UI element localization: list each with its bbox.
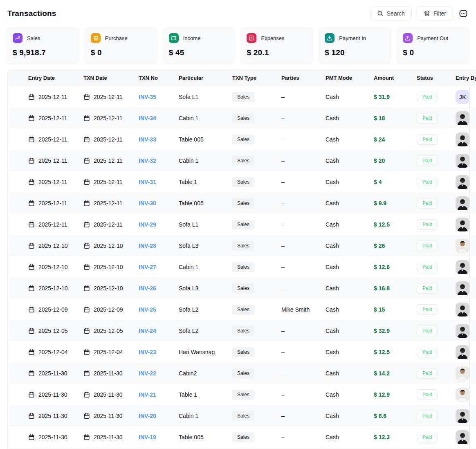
particular-cell: Cabin 1 xyxy=(179,413,232,419)
entry-date-text: 2025-11-30 xyxy=(38,391,67,398)
table-row[interactable]: 2025-12-112025-12-11INV-30Table 005Sales… xyxy=(8,193,476,214)
filter-button[interactable]: Filter xyxy=(417,6,453,21)
table-row[interactable]: 2025-12-102025-12-10INV-28Sofa L3Sales–C… xyxy=(8,235,476,256)
txn-no-link[interactable]: INV-25 xyxy=(139,306,156,313)
txn-type-cell: Sales xyxy=(232,135,281,144)
txn-type-badge: Sales xyxy=(232,305,254,314)
txn-no-link[interactable]: INV-32 xyxy=(139,157,156,164)
entry-by-cell xyxy=(456,111,476,125)
txn-date-text: 2025-12-10 xyxy=(94,242,123,249)
pmt-mode-cell: Cash xyxy=(326,285,374,292)
pmt-mode-cell: Cash xyxy=(326,413,374,419)
amount-cell: $ 12.9 xyxy=(374,391,417,398)
more-options-button[interactable] xyxy=(458,8,469,19)
txn-no-link[interactable]: INV-22 xyxy=(139,370,156,377)
txn-no-link[interactable]: INV-24 xyxy=(139,328,156,334)
table-row[interactable]: 2025-11-302025-11-30INV-20Cabin 1Sales–C… xyxy=(8,405,476,427)
table-row[interactable]: 2025-12-112025-12-11INV-33Table 005Sales… xyxy=(8,129,476,150)
txn-type-badge: Sales xyxy=(232,390,254,400)
status-cell: Paid xyxy=(417,155,456,166)
avatar[interactable] xyxy=(456,366,469,380)
avatar[interactable] xyxy=(456,281,469,295)
txn-no-link[interactable]: INV-23 xyxy=(139,349,156,355)
entry-by-cell xyxy=(456,324,476,338)
avatar[interactable] xyxy=(456,260,469,274)
table-row[interactable]: 2025-11-302025-11-30INV-22Cabin2Sales–Ca… xyxy=(8,363,476,384)
txn-no-link[interactable]: INV-27 xyxy=(139,264,156,270)
card-value: $ 45 xyxy=(169,48,229,57)
pmt-mode-cell: Cash xyxy=(326,264,374,270)
txn-no-link[interactable]: INV-20 xyxy=(139,413,156,419)
calendar-icon xyxy=(28,179,35,185)
txn-no-link[interactable]: INV-31 xyxy=(139,179,156,185)
avatar[interactable] xyxy=(456,196,469,210)
txn-no-link[interactable]: INV-30 xyxy=(139,200,156,207)
table-row[interactable]: 2025-11-302025-11-30INV-21Table 1Sales–C… xyxy=(8,384,476,405)
column-header-txn-date: TXN Date xyxy=(83,75,139,81)
table-row[interactable]: 2025-12-042025-12-04INV-23Hari WansnagSa… xyxy=(8,341,476,363)
table-row[interactable]: 2025-12-102025-12-10INV-26Sofa L3Sales–C… xyxy=(8,278,476,299)
avatar[interactable] xyxy=(456,409,469,423)
txn-type-badge: Sales xyxy=(232,368,254,378)
entry-date-cell: 2025-12-10 xyxy=(28,285,83,292)
entry-by-cell xyxy=(456,260,476,274)
txn-type-cell: Sales xyxy=(232,305,281,314)
txn-date-text: 2025-12-11 xyxy=(94,179,123,185)
txn-no-link[interactable]: INV-19 xyxy=(139,434,156,440)
entry-date-cell: 2025-12-11 xyxy=(28,221,83,228)
txn-type-cell: Sales xyxy=(232,92,281,102)
txn-no-cell: INV-33 xyxy=(139,136,179,143)
particular-cell: Table 1 xyxy=(179,179,232,185)
avatar[interactable] xyxy=(456,132,469,146)
table-row[interactable]: 2025-11-302025-11-30INV-19Table 005Sales… xyxy=(8,427,476,448)
txn-date-cell: 2025-12-05 xyxy=(83,328,139,334)
calendar-icon xyxy=(28,285,35,292)
table-row[interactable]: 2025-12-112025-12-11INV-35Sofa L1Sales–C… xyxy=(8,86,476,108)
txn-no-link[interactable]: INV-34 xyxy=(139,115,156,121)
txn-no-cell: INV-32 xyxy=(139,157,179,164)
status-badge: Paid xyxy=(417,219,438,230)
txn-type-cell: Sales xyxy=(232,432,281,442)
avatar-initials[interactable]: JK xyxy=(456,90,469,104)
cart-icon xyxy=(91,33,101,43)
avatar[interactable] xyxy=(456,111,469,125)
txn-type-badge: Sales xyxy=(232,198,254,208)
entry-by-cell xyxy=(456,303,476,317)
txn-no-link[interactable]: INV-21 xyxy=(139,391,156,398)
avatar[interactable] xyxy=(456,154,469,168)
txn-no-link[interactable]: INV-33 xyxy=(139,136,156,143)
table-row[interactable]: 2025-12-092025-12-09INV-25Sofa L2SalesMi… xyxy=(8,299,476,320)
card-value: $ 0 xyxy=(91,48,151,57)
txn-no-cell: INV-34 xyxy=(139,115,179,121)
txn-no-cell: INV-30 xyxy=(139,200,179,207)
status-cell: Paid xyxy=(417,326,456,336)
avatar[interactable] xyxy=(456,303,469,317)
txn-no-link[interactable]: INV-26 xyxy=(139,285,156,292)
table-row[interactable]: 2025-12-112025-12-11INV-34Cabin 1Sales–C… xyxy=(8,108,476,129)
txn-date-cell: 2025-12-11 xyxy=(83,136,139,143)
table-row[interactable]: 2025-12-112025-12-11INV-32Cabin 1Sales–C… xyxy=(8,150,476,171)
txn-no-link[interactable]: INV-28 xyxy=(139,242,156,249)
entry-by-cell xyxy=(456,388,476,402)
amount-cell: $ 14.2 xyxy=(374,370,417,377)
status-badge: Paid xyxy=(417,326,438,336)
card-label: Payment In xyxy=(339,35,366,41)
table-row[interactable]: 2025-12-052025-12-05INV-24Sofa L2Sales–C… xyxy=(8,320,476,341)
avatar[interactable] xyxy=(456,345,469,359)
avatar[interactable] xyxy=(456,175,469,189)
particular-cell: Table 1 xyxy=(179,391,232,398)
search-button[interactable]: Search xyxy=(370,6,412,21)
avatar[interactable] xyxy=(456,388,469,402)
table-row[interactable]: 2025-12-102025-12-10INV-27Cabin 1Sales–C… xyxy=(8,256,476,278)
avatar[interactable] xyxy=(456,218,469,231)
txn-date-cell: 2025-12-10 xyxy=(83,285,139,292)
txn-no-link[interactable]: INV-35 xyxy=(139,94,156,100)
avatar[interactable] xyxy=(456,324,469,338)
table-row[interactable]: 2025-12-112025-12-11INV-31Table 1Sales–C… xyxy=(8,171,476,193)
filter-sliders-icon xyxy=(424,10,430,17)
avatar[interactable] xyxy=(456,239,469,253)
avatar[interactable] xyxy=(456,430,469,444)
table-row[interactable]: 2025-12-112025-12-11INV-29Sofa L1Sales–C… xyxy=(8,214,476,235)
txn-no-link[interactable]: INV-29 xyxy=(139,221,156,228)
status-cell: Paid xyxy=(417,262,456,272)
